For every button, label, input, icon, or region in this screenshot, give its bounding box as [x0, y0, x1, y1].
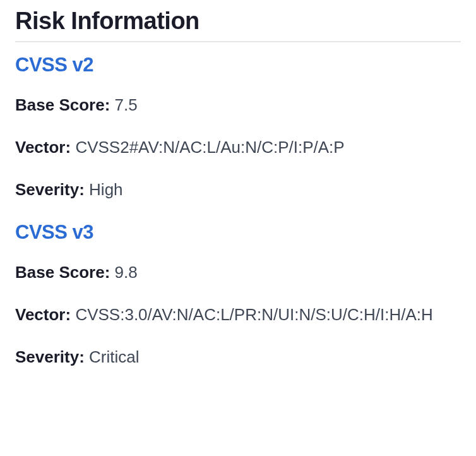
cvss-v3-heading: CVSS v3 [15, 221, 461, 244]
cvss-v2-severity-value: High [89, 180, 122, 199]
cvss-v3-base-score-line: Base Score: 9.8 [15, 261, 461, 284]
risk-information-heading: Risk Information [15, 8, 461, 42]
cvss-v3-vector-label: Vector: [15, 305, 71, 324]
cvss-v3-vector-value: CVSS:3.0/AV:N/AC:L/PR:N/UI:N/S:U/C:H/I:H… [75, 305, 432, 324]
cvss-v2-vector-label: Vector: [15, 138, 71, 157]
cvss-v3-severity-value: Critical [89, 347, 139, 366]
cvss-v3-vector-line: Vector: CVSS:3.0/AV:N/AC:L/PR:N/UI:N/S:U… [15, 304, 461, 326]
cvss-v2-vector-value: CVSS2#AV:N/AC:L/Au:N/C:P/I:P/A:P [75, 138, 344, 157]
cvss-v2-base-score-label: Base Score: [15, 95, 110, 114]
cvss-v2-heading: CVSS v2 [15, 54, 461, 76]
cvss-v2-base-score-line: Base Score: 7.5 [15, 94, 461, 116]
cvss-v3-base-score-label: Base Score: [15, 263, 110, 282]
cvss-v2-severity-line: Severity: High [15, 179, 461, 201]
cvss-v2-vector-line: Vector: CVSS2#AV:N/AC:L/Au:N/C:P/I:P/A:P [15, 136, 461, 159]
cvss-v2-base-score-value: 7.5 [115, 95, 138, 114]
cvss-v2-severity-label: Severity: [15, 180, 85, 199]
cvss-v3-base-score-value: 9.8 [115, 263, 138, 282]
cvss-v3-severity-line: Severity: Critical [15, 346, 461, 368]
cvss-v3-severity-label: Severity: [15, 347, 85, 366]
